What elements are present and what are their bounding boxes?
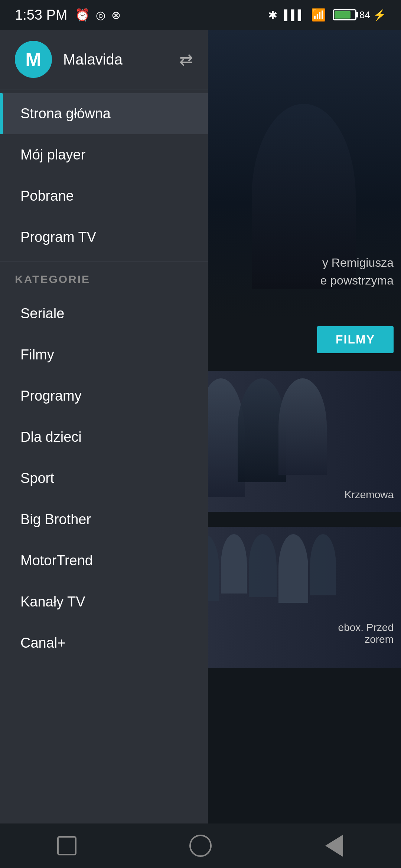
signal-icon: ▌▌▌: [284, 9, 304, 21]
circle-icon: [189, 835, 212, 857]
category-programy[interactable]: Programy: [0, 375, 208, 417]
drawer-username: Malavida: [63, 51, 168, 68]
tabs-area: FILMY: [186, 319, 401, 360]
status-left: 1:53 PM ⏰ ◎ ⊗: [15, 7, 121, 23]
tab-filmy[interactable]: FILMY: [317, 326, 394, 353]
nav-item-label: Strona główna: [20, 106, 111, 122]
circle-icon: ⊗: [111, 9, 121, 22]
category-kanaly-tv[interactable]: Kanały TV: [0, 581, 208, 622]
category-seriale[interactable]: Seriale: [0, 293, 208, 334]
hero-subtitle-line1: y Remigiusza: [320, 254, 394, 272]
category-label: MotorTrend: [20, 553, 93, 568]
bottom-nav-bar: [0, 823, 401, 868]
status-icons: ⏰ ◎ ⊗: [75, 8, 121, 22]
card-1-label: Krzemowa: [345, 489, 394, 501]
nav-item-strona-glowna[interactable]: Strona główna: [0, 93, 208, 134]
back-icon: [325, 835, 343, 857]
battery-percent: 84: [359, 9, 370, 21]
hero-subtitle-line2: e powstrzyma: [320, 272, 394, 289]
category-label: Seriale: [20, 306, 64, 321]
status-time: 1:53 PM: [15, 7, 68, 23]
bottom-square-button[interactable]: [48, 827, 85, 864]
category-sport[interactable]: Sport: [0, 458, 208, 499]
at-icon: ◎: [96, 9, 105, 22]
category-filmy[interactable]: Filmy: [0, 334, 208, 375]
hero-text: y Remigiusza e powstrzyma: [320, 254, 394, 289]
avatar[interactable]: M: [15, 41, 52, 78]
categories-section: KATEGORIE Seriale Filmy Programy Dla dzi…: [0, 262, 208, 823]
card-2-line1: ebox. Przed: [338, 622, 394, 634]
square-icon: [57, 836, 76, 855]
battery-container: 84 ⚡: [333, 9, 386, 21]
category-label: Kanały TV: [20, 594, 85, 609]
nav-item-moj-player[interactable]: Mój player: [0, 134, 208, 175]
categories-header: KATEGORIE: [0, 262, 208, 293]
nav-item-label: Program TV: [20, 229, 96, 245]
bluetooth-icon: ✱: [268, 9, 277, 22]
category-label: Programy: [20, 388, 82, 404]
card-2[interactable]: ebox. Przed zorem: [186, 527, 401, 668]
category-label: Canal+: [20, 635, 65, 651]
charging-icon: ⚡: [373, 9, 386, 21]
hero-area: y Remigiusza e powstrzyma: [186, 30, 401, 319]
navigation-drawer: M Malavida ⇄ Strona główna Mój player Po…: [0, 30, 208, 823]
nav-item-program-tv[interactable]: Program TV: [0, 217, 208, 258]
nav-item-label: Pobrane: [20, 188, 74, 204]
card-2-line2: zorem: [338, 634, 394, 645]
nav-item-label: Mój player: [20, 147, 85, 163]
refresh-icon[interactable]: ⇄: [179, 50, 193, 69]
category-label: Dla dzieci: [20, 429, 82, 445]
avatar-letter: M: [25, 48, 41, 70]
alarm-icon: ⏰: [75, 8, 90, 22]
category-motortrend[interactable]: MotorTrend: [0, 540, 208, 581]
categories-title: KATEGORIE: [15, 273, 90, 285]
main-container: player original y Remigiusza e powstrzym…: [0, 30, 401, 823]
status-right: ✱ ▌▌▌ 📶 84 ⚡: [268, 8, 386, 22]
card-1[interactable]: Krzemowa: [186, 371, 401, 512]
drawer-header: M Malavida ⇄: [0, 30, 208, 89]
category-label: Big Brother: [20, 512, 91, 527]
category-dla-dzieci[interactable]: Dla dzieci: [0, 417, 208, 458]
battery-box: [333, 9, 356, 20]
battery-fill: [335, 11, 351, 19]
card-2-text: ebox. Przed zorem: [338, 622, 394, 645]
category-big-brother[interactable]: Big Brother: [0, 499, 208, 540]
nav-item-pobrane[interactable]: Pobrane: [0, 175, 208, 217]
status-bar: 1:53 PM ⏰ ◎ ⊗ ✱ ▌▌▌ 📶 84 ⚡: [0, 0, 401, 30]
category-canal-plus[interactable]: Canal+: [0, 622, 208, 664]
bottom-home-button[interactable]: [182, 827, 219, 864]
category-label: Sport: [20, 470, 54, 486]
nav-items: Strona główna Mój player Pobrane Program…: [0, 89, 208, 262]
bottom-back-button[interactable]: [316, 827, 353, 864]
category-label: Filmy: [20, 347, 54, 362]
wifi-icon: 📶: [311, 8, 326, 22]
